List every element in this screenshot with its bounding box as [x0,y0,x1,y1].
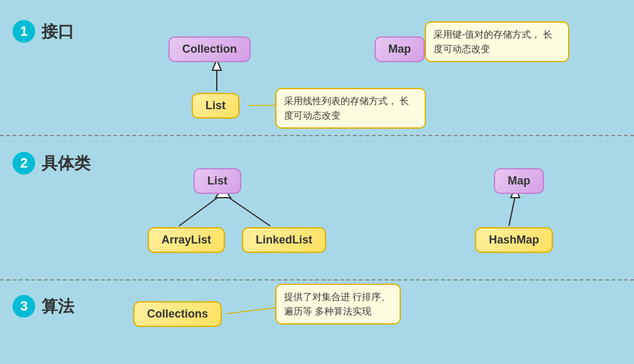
divider-2 [0,279,634,281]
callout-list-interface: 采用线性列表的存储方式， 长度可动态改变 [275,88,426,129]
box-hashmap: HashMap [475,227,553,253]
section-3-num: 3 [13,295,35,318]
divider-1 [0,135,634,136]
section-3-label: 算法 [41,296,74,318]
section-1: 1 接口 [13,20,74,43]
callout-collections: 提供了对集合进 行排序、遍历等 多种算法实现 [275,284,401,324]
box-list-interface: List [192,93,239,119]
section-2: 2 具体类 [13,152,90,174]
section-2-label: 具体类 [41,153,90,174]
box-collections: Collections [133,301,222,327]
svg-line-2 [179,196,220,226]
box-linkedlist: LinkedList [242,227,326,253]
box-map-interface: Map [374,36,425,62]
box-arraylist: ArrayList [148,227,225,253]
box-map-class: Map [494,168,544,194]
section-2-num: 2 [13,152,35,174]
callout-map: 采用键-值对的存储方式， 长度可动态改变 [425,21,569,62]
svg-line-5 [509,196,515,226]
box-list-class: List [194,168,241,194]
section-1-label: 接口 [41,21,74,43]
section-3: 3 算法 [13,295,74,318]
section-1-num: 1 [13,20,35,43]
svg-line-9 [226,308,276,314]
box-collection: Collection [168,36,251,62]
svg-line-3 [226,196,270,226]
